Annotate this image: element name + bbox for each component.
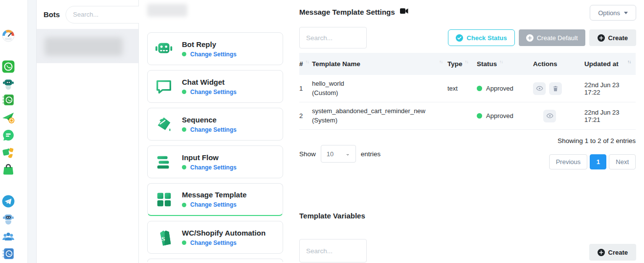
telegram-icon[interactable] — [2, 195, 15, 208]
status-cell: Approved — [477, 85, 533, 92]
template-name-cell: system_abandoned_cart_reminder_new (Syst… — [312, 107, 447, 125]
chat-bubble-icon[interactable] — [2, 129, 15, 142]
chevron-down-icon — [624, 12, 628, 14]
video-camera-icon[interactable] — [400, 7, 408, 16]
header-updated-at[interactable]: Updated at↑↓ — [584, 60, 636, 68]
table-row: 2 system_abandoned_cart_reminder_new (Sy… — [299, 102, 636, 130]
bars-icon — [155, 153, 173, 171]
template-name: system_abandoned_cart_reminder_new — [312, 107, 447, 116]
phonebook-blue-icon[interactable] — [2, 247, 15, 260]
change-settings-link[interactable]: Change Settings — [190, 51, 237, 58]
settings-nav-panel: Bot Reply Change Settings Chat Widget Ch… — [139, 0, 291, 263]
change-settings-link[interactable]: Change Settings — [190, 201, 237, 208]
header-type[interactable]: Type↑↓ — [447, 60, 477, 68]
grid-icon — [155, 190, 173, 209]
main-content: Message Template Settings Options Check … — [291, 0, 644, 263]
template-origin: (System) — [312, 116, 447, 125]
card-title: Sequence — [182, 116, 237, 124]
status-dot — [182, 52, 186, 56]
eye-icon — [536, 85, 543, 92]
redacted-bot-name — [44, 37, 123, 56]
settings-card-partial — [147, 259, 283, 262]
header-num[interactable]: #↑↓ — [299, 60, 312, 68]
change-settings-link[interactable]: Change Settings — [190, 239, 237, 246]
approved-dot — [477, 113, 482, 119]
sort-icon: ↑↓ — [499, 59, 503, 64]
settings-card-wc-shopify[interactable]: S WC/Shopify Automation Change Settings — [147, 221, 283, 254]
delete-button[interactable] — [549, 82, 562, 95]
create-default-button[interactable]: Create Default — [519, 29, 585, 46]
pagination: Previous 1 Next — [549, 154, 636, 169]
chevron-down-icon: ⌄ — [346, 151, 350, 156]
card-title: WC/Shopify Automation — [182, 229, 266, 237]
header-status[interactable]: Status↑↓ — [477, 60, 533, 68]
status-dot — [182, 203, 186, 207]
settings-card-sequence[interactable]: Sequence Change Settings — [147, 108, 283, 141]
change-settings-link[interactable]: Change Settings — [190, 126, 237, 133]
phonebook-green-icon[interactable] — [2, 94, 15, 106]
paint-bucket-icon — [155, 115, 173, 134]
check-circle-icon — [456, 34, 463, 42]
svg-text:S: S — [161, 235, 165, 242]
options-button[interactable]: Options — [590, 5, 636, 21]
sort-icon: ↑↓ — [627, 59, 631, 64]
change-settings-link[interactable]: Change Settings — [190, 164, 237, 171]
create-button[interactable]: Create — [589, 29, 636, 46]
rail-gap-strip — [28, 0, 37, 263]
variables-search-input[interactable] — [299, 239, 367, 263]
entries-summary: Showing 1 to 2 of 2 entries — [557, 137, 636, 144]
page-1-button[interactable]: 1 — [590, 154, 606, 169]
card-title: Bot Reply — [182, 40, 237, 48]
variables-create-button[interactable]: Create — [589, 244, 636, 261]
header-template-name[interactable]: Template Name↑↓ — [312, 60, 447, 68]
template-search-input[interactable] — [299, 27, 367, 48]
change-settings-link[interactable]: Change Settings — [190, 89, 237, 96]
template-type: text — [447, 85, 477, 92]
status-dot — [182, 127, 186, 132]
card-title: Chat Widget — [182, 78, 237, 86]
table-header-row: #↑↓ Template Name↑↓ Type↑↓ Status↑↓ Acti… — [299, 53, 636, 75]
create-label: Create — [608, 34, 628, 42]
view-button[interactable] — [543, 110, 556, 122]
check-status-button[interactable]: Check Status — [448, 29, 514, 46]
settings-card-input-flow[interactable]: Input Flow Change Settings — [147, 145, 283, 178]
next-page-button[interactable]: Next — [609, 154, 636, 169]
updated-at: 22nd Jun 23 17:21 — [584, 109, 636, 123]
speech-bubble-icon — [155, 77, 173, 96]
view-button[interactable] — [533, 82, 546, 95]
shopify-bag-icon: S — [155, 228, 173, 247]
row-num: 2 — [299, 112, 312, 120]
eye-icon — [546, 112, 554, 120]
speedometer-icon[interactable] — [2, 29, 15, 42]
updated-at: 22nd Jun 23 17:22 — [584, 81, 636, 96]
robot-blue-icon[interactable] — [2, 212, 15, 225]
plus-circle-icon — [598, 249, 605, 256]
bot-list-item-selected[interactable] — [37, 29, 138, 63]
settings-card-bot-reply[interactable]: Bot Reply Change Settings — [147, 32, 283, 65]
template-name: hello_world — [312, 79, 447, 89]
bots-panel-title: Bots — [44, 10, 60, 19]
shopping-bag-icon[interactable] — [2, 163, 15, 175]
page-size-select[interactable]: 10 ⌄ — [321, 145, 356, 163]
actions-cell — [533, 110, 584, 122]
page-size-value: 10 — [327, 150, 333, 158]
trash-icon — [552, 85, 559, 92]
whatsapp-icon[interactable] — [2, 60, 15, 73]
status-dot — [182, 240, 186, 245]
create-default-label: Create Default — [537, 34, 578, 42]
row-num: 1 — [299, 85, 312, 92]
page-title: Message Template Settings — [299, 8, 395, 16]
integration-puzzle-icon[interactable] — [2, 146, 15, 159]
paper-plane-icon[interactable] — [2, 111, 15, 124]
bots-panel: Bots — [37, 0, 139, 263]
sort-icon: ↑↓ — [306, 59, 309, 64]
robot-green-icon[interactable] — [2, 77, 15, 90]
template-variables-title: Template Variables — [299, 212, 636, 220]
plus-circle-icon — [598, 34, 605, 42]
settings-card-chat-widget[interactable]: Chat Widget Change Settings — [147, 70, 283, 103]
show-label: Show — [299, 150, 316, 158]
redacted-panel-title — [147, 4, 187, 17]
team-icon[interactable] — [2, 230, 15, 243]
settings-card-message-template[interactable]: Message Template Change Settings — [147, 183, 283, 216]
previous-page-button[interactable]: Previous — [549, 154, 588, 169]
